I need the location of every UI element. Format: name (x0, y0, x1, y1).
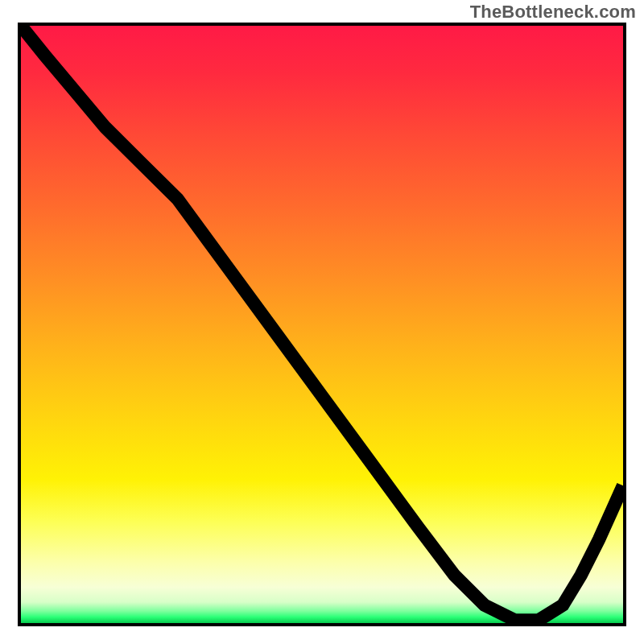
bottleneck-curve-path (21, 26, 623, 620)
chart-stage: TheBottleneck.com (0, 0, 644, 644)
plot-area (18, 23, 626, 626)
watermark-text: TheBottleneck.com (470, 2, 636, 23)
curve-svg (21, 26, 623, 623)
curve-layer (21, 26, 623, 623)
